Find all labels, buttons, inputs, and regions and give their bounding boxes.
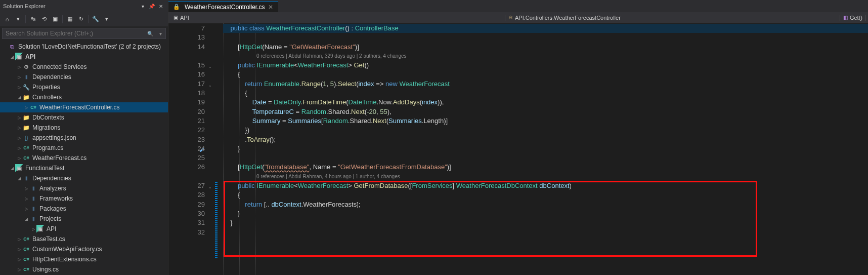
expand-icon[interactable]: ◢: [23, 217, 29, 221]
expand-icon[interactable]: ▷: [16, 126, 22, 130]
tree-item[interactable]: ▷▣API: [0, 224, 168, 234]
close-icon[interactable]: ✕: [157, 2, 165, 10]
search-input[interactable]: [3, 30, 145, 37]
tree-item[interactable]: ▷⫴Packages: [0, 204, 168, 214]
expand-icon[interactable]: ▷: [16, 65, 22, 69]
fold-icon[interactable]: ⌄: [208, 62, 212, 71]
tree-item[interactable]: ▷C#Program.cs: [0, 143, 168, 153]
expand-icon[interactable]: ▷: [16, 267, 22, 272]
tree-item[interactable]: ▷⫴Dependencies: [0, 72, 168, 82]
expand-icon[interactable]: ◢: [9, 166, 15, 171]
tree-item[interactable]: ◢▣FunctionalTest: [0, 163, 168, 173]
code-line[interactable]: Summary = Summaries[Random.Shared.Next(S…: [223, 116, 868, 126]
tree-item[interactable]: ▷📁DbContexts: [0, 112, 168, 123]
code-line[interactable]: [223, 228, 868, 237]
tab-file[interactable]: 🔒 WeatherForecastController.cs ✕: [168, 1, 278, 12]
tree-item[interactable]: ▷⚙Connected Services: [0, 62, 168, 72]
refresh-icon[interactable]: ↻: [76, 14, 86, 24]
code-line[interactable]: }): [223, 126, 868, 135]
tree-item[interactable]: ▷📁Migrations: [0, 123, 168, 133]
tree-item[interactable]: ◢⫴Projects: [0, 214, 168, 224]
home-icon[interactable]: ⌂: [2, 14, 12, 24]
breadcrumb-project[interactable]: ▣ API: [170, 15, 505, 21]
expand-icon[interactable]: ▷: [16, 75, 22, 80]
tree-item[interactable]: ▷⫴Frameworks: [0, 193, 168, 204]
tab-close-icon[interactable]: ✕: [267, 4, 274, 11]
tree-item[interactable]: ▷C#CustomWebApiFactory.cs: [0, 244, 168, 254]
search-icon[interactable]: 🔍: [145, 31, 155, 36]
tree-item[interactable]: ▷C#WeatherForecast.cs: [0, 153, 168, 163]
switch-views-icon[interactable]: ▾: [13, 14, 23, 24]
tree-item[interactable]: ▷C#Usings.cs: [0, 264, 168, 274]
expand-icon[interactable]: ▷: [16, 156, 22, 161]
code-line[interactable]: [223, 153, 868, 163]
breadcrumb-class[interactable]: ⚛ API.Controllers.WeatherForecastControl…: [505, 15, 840, 21]
breadcrumb-method[interactable]: ◧ Get(): [840, 15, 866, 21]
code-line[interactable]: }: [223, 144, 868, 153]
expand-icon[interactable]: ▷: [16, 115, 22, 120]
tree-label: FunctionalTest: [25, 165, 64, 172]
fold-icon[interactable]: ⌄: [208, 81, 212, 90]
code-area[interactable]: 7131415⌄1617⌄18192021222324🖌252627⌄28293…: [168, 23, 868, 275]
expand-icon[interactable]: ▷: [23, 186, 29, 191]
tree-item[interactable]: ◢📁Controllers: [0, 92, 168, 102]
show-all-icon[interactable]: ▦: [65, 14, 75, 24]
tree-item[interactable]: ◢▣API: [0, 52, 168, 62]
code-line[interactable]: Date = DateOnly.FromDateTime(DateTime.No…: [223, 98, 868, 107]
code-line[interactable]: TemperatureC = Random.Shared.Next(-20, 5…: [223, 107, 868, 116]
preview-icon[interactable]: ▾: [102, 14, 112, 24]
tree-item[interactable]: ▷C#WeatherForecastController.cs: [0, 102, 168, 112]
codelens[interactable]: 0 references | Abdul Rahman, 329 days ag…: [223, 52, 868, 61]
expand-icon[interactable]: ▷: [30, 227, 36, 231]
expand-icon[interactable]: ▷: [16, 85, 22, 90]
pkg-icon: ⫴: [22, 73, 30, 81]
code-line[interactable]: public IEnumerable<WeatherForecast> GetF…: [223, 181, 868, 190]
cs-icon: C#: [22, 255, 30, 263]
code-line[interactable]: return [.. dbContext.WeatherForecasts];: [223, 200, 868, 209]
code-line[interactable]: {: [223, 70, 868, 79]
expand-icon[interactable]: ▷: [16, 247, 22, 252]
code-line[interactable]: {: [223, 89, 868, 98]
code-line[interactable]: public class WeatherForecastController()…: [223, 24, 868, 33]
expand-icon[interactable]: ▷: [16, 257, 22, 262]
expand-icon[interactable]: ▷: [23, 207, 29, 211]
code-line[interactable]: }: [223, 209, 868, 218]
method-icon: ◧: [843, 15, 848, 20]
solution-tree[interactable]: ⧉Solution 'ILoveDotNetFunctionalTest' (2…: [0, 41, 168, 275]
collapse-all-icon[interactable]: ▣: [50, 14, 60, 24]
code-line[interactable]: [HttpGet("fromdatabase", Name = "GetWeat…: [223, 163, 868, 172]
tree-item[interactable]: ⧉Solution 'ILoveDotNetFunctionalTest' (2…: [0, 42, 168, 52]
properties-icon[interactable]: 🔧: [91, 14, 101, 24]
tree-item[interactable]: ◢⫴Dependencies: [0, 173, 168, 183]
codelens[interactable]: 0 references | Abdul Rahman, 4 hours ago…: [223, 172, 868, 181]
search-dropdown-icon[interactable]: ▾: [155, 31, 165, 36]
tree-item[interactable]: ▷⫴Analyzers: [0, 183, 168, 193]
tree-item[interactable]: ▷C#HttpClientExtensions.cs: [0, 254, 168, 264]
expand-icon[interactable]: ▷: [16, 146, 22, 150]
tree-item[interactable]: ▷C#BaseTest.cs: [0, 234, 168, 244]
code-line[interactable]: {: [223, 190, 868, 200]
tree-item[interactable]: ▷{}appsettings.json: [0, 133, 168, 143]
expand-icon[interactable]: ▷: [23, 105, 29, 110]
code-line[interactable]: [HttpGet(Name = "GetWeatherForecast")]: [223, 43, 868, 52]
code-line[interactable]: return Enumerable.Range(1, 5).Select(ind…: [223, 80, 868, 89]
expand-icon[interactable]: ▷: [16, 237, 22, 242]
pin-icon[interactable]: 📌: [148, 2, 156, 10]
tree-item[interactable]: ▷🔧Properties: [0, 82, 168, 92]
sync-icon[interactable]: ⟲: [39, 14, 49, 24]
search-box[interactable]: 🔍 ▾: [2, 28, 166, 39]
code-line[interactable]: public IEnumerable<WeatherForecast> Get(…: [223, 61, 868, 70]
fold-icon[interactable]: ⌄: [208, 183, 212, 192]
code-line[interactable]: .ToArray();: [223, 135, 868, 144]
code-line[interactable]: [223, 33, 868, 42]
code-line[interactable]: }: [223, 218, 868, 227]
code-content[interactable]: public class WeatherForecastController()…: [223, 23, 868, 275]
expand-icon[interactable]: ▷: [23, 197, 29, 201]
expand-icon[interactable]: ◢: [16, 95, 22, 100]
back-icon[interactable]: ↹: [28, 14, 38, 24]
expand-icon[interactable]: ◢: [16, 176, 22, 181]
expand-icon[interactable]: ◢: [9, 55, 15, 59]
tree-label: Analyzers: [39, 185, 66, 192]
dropdown-icon[interactable]: ▾: [139, 2, 147, 10]
expand-icon[interactable]: ▷: [16, 136, 22, 140]
